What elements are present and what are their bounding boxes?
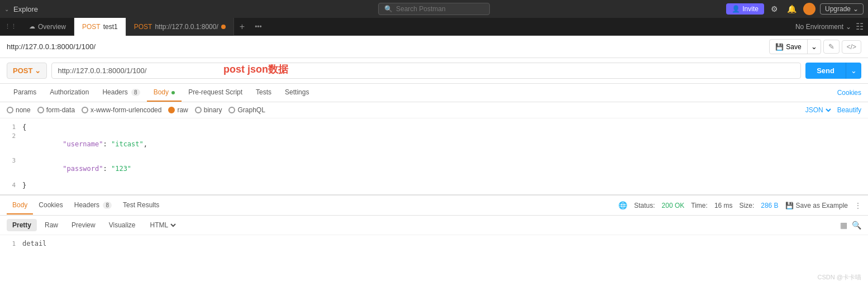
request-body-editor[interactable]: 1 { 2 "username": "itcast", 3 "password"… [0,118,868,195]
code-line-2: 2 "username": "itcast", [0,132,868,156]
chevron-down-icon: ⌄ [846,23,851,31]
status-value: 200 OK [662,202,685,209]
tab-test1[interactable]: POST test1 [74,18,126,36]
format-visualize-button[interactable]: Visualize [103,219,141,231]
chevron-down-icon[interactable]: ⌄ [4,6,9,12]
more-tabs-button[interactable]: ••• [250,23,266,31]
resp-line-1: 1 detail [0,240,868,247]
body-graphql-option[interactable]: GraphQL [228,106,265,114]
size-label: Size: [740,202,755,209]
edit-button[interactable]: ✎ [823,40,840,54]
time-label: Time: [691,202,708,209]
save-as-example-button[interactable]: 💾 Save as Example [785,202,848,209]
method-selector[interactable]: POST ⌄ [7,63,47,79]
size-value: 286 B [761,202,778,209]
resp-tab-cookies[interactable]: Cookies [33,197,68,214]
tab-tests[interactable]: Tests [249,84,278,102]
environment-selector[interactable]: No Environment ⌄ [795,23,851,31]
explore-label: Explore [13,5,38,13]
method-label: POST [13,66,32,75]
copy-button[interactable]: ▦ [840,221,847,230]
method-badge-2: POST [134,23,152,31]
tab-settings[interactable]: Settings [278,84,316,102]
tab-headers[interactable]: Headers 8 [96,84,146,102]
response-format-select[interactable]: HTML [148,221,178,230]
time-value: 16 ms [714,202,733,209]
search-input[interactable] [396,5,474,13]
code-line-4: 4 } [0,181,868,190]
tab-current-request[interactable]: POST http://127.0.0.1:8000/ [126,18,234,36]
watermark: CSDN @卡卡喵 [818,273,861,282]
body-dot [171,91,175,94]
headers-badge: 8 [131,89,140,96]
graphql-radio [228,107,235,113]
urlencoded-radio [82,107,88,113]
binary-radio [195,107,202,113]
response-detail: detail [22,240,46,247]
upgrade-button[interactable]: Upgrade ⌄ [820,3,864,15]
method-chevron: ⌄ [35,66,41,75]
resp-tab-headers[interactable]: Headers 8 [69,197,117,214]
url-input[interactable] [51,63,801,79]
send-dropdown-button[interactable]: ⌄ [846,63,861,79]
chevron-down-icon: ⌄ [853,5,859,13]
sidebar-toggle[interactable]: ⋮⋮ [0,23,21,30]
settings-icon[interactable]: ⚙ [769,3,780,15]
add-tab-button[interactable]: + [234,22,250,32]
formdata-radio [37,107,44,113]
body-binary-option[interactable]: binary [195,106,222,114]
status-label: Status: [634,202,655,209]
code-button[interactable]: </> [842,40,861,54]
url-display: http://127.0.0.1:8000/1/100/ [7,42,765,51]
method-badge: POST [82,23,101,31]
tab-params[interactable]: Params [7,84,43,102]
tab-overview[interactable]: ☁ Overview [21,18,74,36]
globe-icon: 🌐 [618,201,627,209]
search-bar: 🔍 [378,3,490,15]
avatar[interactable] [803,3,815,15]
unsaved-dot [221,25,226,29]
body-urlencoded-option[interactable]: x-www-form-urlencoded [82,106,161,114]
body-formdata-option[interactable]: form-data [37,106,75,114]
send-button[interactable]: Send [805,63,846,79]
search-response-button[interactable]: 🔍 [852,221,861,230]
beautify-button[interactable]: Beautify [837,106,861,114]
code-line-1: 1 { [0,123,868,132]
notification-icon[interactable]: 🔔 [785,3,799,15]
json-format-select[interactable]: JSON [803,106,833,115]
invite-icon: 👤 [732,5,740,13]
response-body-content: 1 detail [0,235,868,263]
body-raw-option[interactable]: raw [168,106,188,114]
code-line-3: 3 "password": "123" [0,156,868,181]
invite-button[interactable]: 👤 Invite [726,3,764,15]
save-icon: 💾 [775,43,784,51]
save-dropdown-button[interactable]: ⌄ [807,40,821,54]
body-none-option[interactable]: none [7,106,31,114]
save-button[interactable]: 💾 Save [770,41,807,53]
cookies-link[interactable]: Cookies [837,89,861,97]
resp-tab-body[interactable]: Body [7,197,33,214]
save-example-icon: 💾 [785,202,794,209]
panel-toggle-button[interactable]: ☷ [856,21,864,32]
none-radio [7,107,13,113]
format-preview-button[interactable]: Preview [66,219,101,231]
format-raw-button[interactable]: Raw [39,219,64,231]
resp-headers-badge: 8 [103,202,112,209]
raw-radio [168,107,175,113]
resp-tab-test-results[interactable]: Test Results [117,197,165,214]
tab-authorization[interactable]: Authorization [43,84,96,102]
more-options-icon[interactable]: ⋮ [855,202,861,209]
search-icon: 🔍 [384,5,393,13]
overview-icon: ☁ [29,23,35,30]
tab-body[interactable]: Body [147,84,182,102]
tab-prerequest[interactable]: Pre-request Script [182,84,249,102]
format-pretty-button[interactable]: Pretty [7,219,37,231]
